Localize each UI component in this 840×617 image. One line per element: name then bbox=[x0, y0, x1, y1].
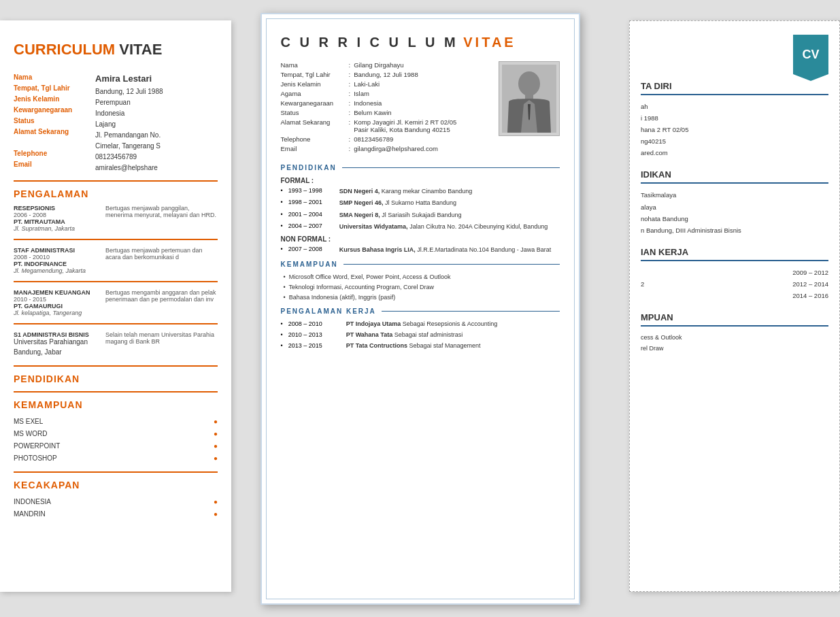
center-exp-detail-1: PT Indojaya Utama Sebagai Resepsionis & … bbox=[346, 320, 498, 327]
right-top-bar: CV bbox=[641, 35, 828, 74]
left-divider-1 bbox=[14, 180, 218, 182]
edu-detail-3: SMA Negeri 8, Jl Sariasih Sukajadi Bandu… bbox=[339, 211, 462, 220]
label-telephone: Telephone bbox=[14, 148, 88, 159]
right-pendidikan-label: IDIKAN bbox=[641, 169, 671, 180]
non-formal-label: NON FORMAL : bbox=[281, 235, 560, 243]
left-cv-content: Nama Tempat, Tgl Lahir Jenis Kelamin Kew… bbox=[14, 72, 218, 173]
label-alamat-center: Alamat Sekarang bbox=[281, 118, 349, 133]
label-kewarga-center: Kewarganegaraan bbox=[281, 99, 349, 107]
label-tempat-center: Tempat, Tgl Lahir bbox=[281, 71, 349, 78]
label-telephone-center: Telephone bbox=[281, 135, 349, 143]
left-skill-4: PHOTOSHOP● bbox=[14, 452, 218, 465]
left-exp-1: RESEPSIONIS 2006 - 2008 PT. MITRAUTAMA J… bbox=[14, 205, 218, 232]
left-title-curriculum: CURRICULUM bbox=[14, 41, 115, 58]
bullet-2: • bbox=[281, 199, 283, 205]
center-cv-title: C U R R I C U L U M VITAE bbox=[281, 35, 560, 50]
label-status: Status bbox=[14, 116, 88, 127]
label-jenis: Jenis Kelamin bbox=[14, 94, 88, 105]
edu-year-3: 2001 – 2004 bbox=[288, 211, 339, 218]
left-skill-2: MS WORD● bbox=[14, 428, 218, 440]
bullet-3: • bbox=[281, 211, 283, 218]
right-section-pengalaman: IAN KERJA bbox=[641, 247, 828, 257]
info-row-nama: Nama : Gilang Dirgahayu bbox=[281, 61, 492, 69]
cv-photo bbox=[499, 61, 560, 136]
label-tempat: Tempat, Tgl Lahir bbox=[14, 83, 88, 94]
info-row-tempat: Tempat, Tgl Lahir : Bandung, 12 Juli 198… bbox=[281, 71, 492, 78]
right-personal-1: ah bbox=[641, 101, 828, 112]
left-job-3-title: MANAJEMEN KEUANGAN bbox=[14, 289, 102, 296]
section-pendidikan-label: PENDIDIKAN bbox=[281, 164, 337, 171]
info-row-jenis: Jenis Kelamin : Laki-Laki bbox=[281, 80, 492, 88]
value-agama-center: Islam bbox=[354, 90, 369, 97]
edu-year-4: 2004 – 2007 bbox=[288, 222, 339, 229]
right-edu-2: alaya bbox=[641, 201, 828, 213]
value-jenis-center: Laki-Laki bbox=[354, 80, 380, 88]
info-row-email: Email : gilangdirga@helpshared.com bbox=[281, 145, 492, 152]
center-skill-3: • Bahasa Indonesia (aktif), Inggris (pas… bbox=[281, 294, 560, 301]
right-edu-1: Tasikmalaya bbox=[641, 189, 828, 201]
edu-item-1: • 1993 – 1998 SDN Negeri 4, Karang mekar… bbox=[281, 187, 560, 196]
left-skill-1-dot: ● bbox=[214, 416, 218, 428]
left-edu-desc: Selain telah menam Universitas Parahia m… bbox=[105, 331, 218, 345]
info-row-agama: Agama : Islam bbox=[281, 90, 492, 97]
right-section-kemampuan: MPUAN bbox=[641, 312, 828, 322]
section-kemampuan-line bbox=[343, 264, 560, 265]
info-row-alamat: Alamat Sekarang : Komp Jayagiri Jl. Kemi… bbox=[281, 118, 492, 133]
section-pengalaman-divider: PENGALAMAN KERJA bbox=[281, 307, 560, 315]
left-email-value: amirales@helpshare bbox=[95, 163, 218, 173]
edu-year-2: 1998 – 2001 bbox=[288, 199, 339, 205]
right-edu-4: n Bandung, DIII Administrasi Bisnis bbox=[641, 224, 828, 236]
right-exp-desc-3 bbox=[641, 290, 643, 301]
edu-item-2: • 1998 – 2001 SMP Negeri 46, Jl Sukarno … bbox=[281, 199, 560, 207]
info-row-status: Status : Belum Kawin bbox=[281, 109, 492, 116]
section-kemampuan-divider: KEMAMPUAN bbox=[281, 261, 560, 268]
right-exp-year-1: 2009 – 2012 bbox=[792, 267, 828, 278]
left-divider-edu bbox=[14, 365, 218, 367]
right-exp-row-1: 2009 – 2012 bbox=[641, 267, 828, 278]
left-divider-exp3 bbox=[14, 323, 218, 324]
right-skill-1: cess & Outlook bbox=[641, 332, 828, 343]
center-exp-bullet-2: • bbox=[281, 331, 283, 338]
right-divider-2 bbox=[641, 182, 828, 184]
section-kemampuan-label: KEMAMPUAN bbox=[281, 261, 338, 268]
center-exp-bullet-3: • bbox=[281, 342, 283, 349]
left-section-pengalaman: PENGALAMAN bbox=[14, 188, 218, 199]
right-skill-2: rel Draw bbox=[641, 343, 828, 354]
left-job-2-title: STAF ADMINISTRASI bbox=[14, 247, 102, 254]
edu-item-3: • 2001 – 2004 SMA Negeri 8, Jl Sariasih … bbox=[281, 211, 560, 220]
left-edu-uni: Universitas Parahiangan bbox=[14, 338, 102, 346]
left-job-2-desc: Bertugas menjawab pertemuan dan acara da… bbox=[105, 247, 218, 261]
left-cv: CURRICULUM VITAE Nama Tempat, Tgl Lahir … bbox=[0, 20, 231, 592]
edu-year-nf-1: 2007 – 2008 bbox=[288, 246, 339, 252]
left-divider-exp2 bbox=[14, 281, 218, 282]
right-kemampuan-label: MPUAN bbox=[641, 312, 673, 322]
center-exp-year-2: 2010 – 2013 bbox=[288, 331, 346, 338]
left-skill-4-dot: ● bbox=[214, 452, 218, 465]
left-skill-3: POWERPOINT● bbox=[14, 440, 218, 452]
right-personal-info: ah i 1988 hana 2 RT 02/05 ng40215 ared.c… bbox=[641, 101, 828, 159]
left-job-1-year: 2006 - 2008 bbox=[14, 212, 102, 218]
left-job-2-company: PT. INDOFINANCE bbox=[14, 261, 102, 267]
edu-detail-1: SDN Negeri 4, Karang mekar Cinambo Bandu… bbox=[339, 187, 473, 196]
center-skill-1: • Microsoft Office Word, Exel, Power Poi… bbox=[281, 273, 560, 280]
right-pengalaman-label: IAN KERJA bbox=[641, 247, 688, 257]
left-divider-pend bbox=[14, 391, 218, 393]
left-job-3-desc: Bertugas mengambi anggaran dan pelak pen… bbox=[105, 289, 218, 303]
left-skill-1-label: MS EXEL bbox=[14, 416, 43, 428]
right-divider-4 bbox=[641, 325, 828, 327]
left-cv-title: CURRICULUM VITAE bbox=[14, 41, 218, 59]
value-nama-center: Gilang Dirgahayu bbox=[354, 61, 403, 69]
right-section-data-diri: TA DIRI bbox=[641, 81, 828, 91]
left-exp-2: STAF ADMINISTRASI 2008 - 20010 PT. INDOF… bbox=[14, 247, 218, 274]
left-lang-1-dot: ● bbox=[214, 496, 218, 508]
left-edu-degree: S1 ADMINISTRASI BISNIS bbox=[14, 331, 102, 338]
section-pengalaman-label: PENGALAMAN KERJA bbox=[281, 307, 376, 315]
edu-detail-nf-1: Kursus Bahasa Ingris LIA, Jl.R.E.Martadi… bbox=[339, 246, 552, 254]
left-job-1-company: PT. MITRAUTAMA bbox=[14, 218, 102, 225]
center-exp-detail-2: PT Wahana Tata Sebagai staf administrasi bbox=[346, 331, 463, 338]
left-skill-1: MS EXEL● bbox=[14, 416, 218, 428]
center-header: Nama : Gilang Dirgahayu Tempat, Tgl Lahi… bbox=[281, 61, 560, 154]
left-address2-value: Cimelar, Tangerang S bbox=[95, 141, 218, 152]
left-skill-3-dot: ● bbox=[214, 440, 218, 452]
left-skill-2-label: MS WORD bbox=[14, 428, 47, 440]
